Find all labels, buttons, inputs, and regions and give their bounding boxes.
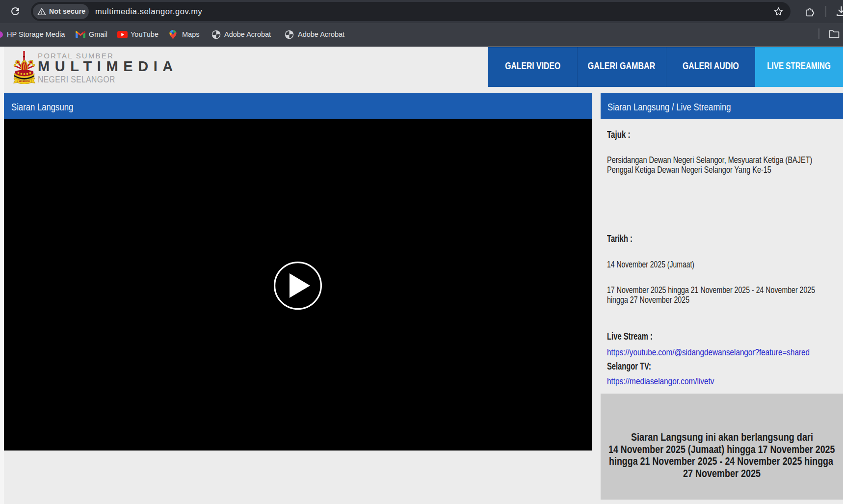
svg-text:SELANGOR: SELANGOR xyxy=(19,80,30,82)
